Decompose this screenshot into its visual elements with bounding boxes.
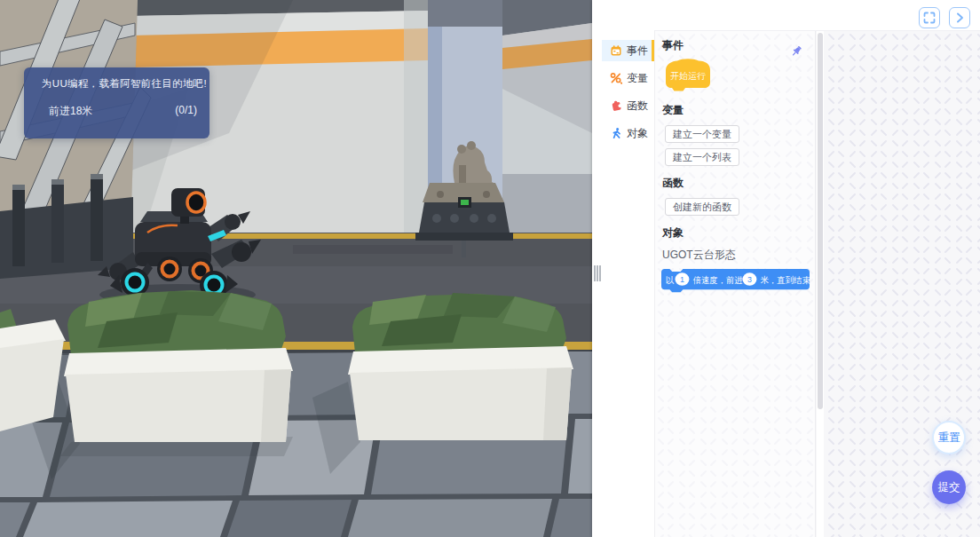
quest-panel: 为UU编程，载着阿智前往目的地吧! 前进18米 (0/1) xyxy=(24,67,209,138)
chevron-right-icon xyxy=(953,12,966,24)
quest-progress: (0/1) xyxy=(175,104,197,119)
move-block-distance-input[interactable]: 3 xyxy=(747,275,752,284)
move-block-speed-input[interactable]: 1 xyxy=(680,275,684,284)
sidebar-item-label: 事件 xyxy=(627,43,648,59)
sidebar-item-functions[interactable]: 函数 xyxy=(602,95,654,116)
sidebar-item-events[interactable]: 事件 xyxy=(602,40,654,61)
game-viewport[interactable]: 为UU编程，载着阿智前往目的地吧! 前进18米 (0/1) xyxy=(0,0,592,537)
grip-icon xyxy=(594,265,601,281)
sidebar-item-objects[interactable]: 对象 xyxy=(602,122,654,144)
panel-resize-handle[interactable] xyxy=(592,0,602,537)
make-list-button[interactable]: 建立一个列表 xyxy=(665,148,739,166)
blocks-canvas[interactable]: 事件 开始运行 变量 建立一个变量 建立一个列表 函数 创建新的函数 对象 UG… xyxy=(655,30,980,537)
scaffold-structure xyxy=(0,0,151,279)
block-palette: 事件 开始运行 变量 建立一个变量 建立一个列表 函数 创建新的函数 对象 UG… xyxy=(655,31,816,537)
collapse-panel-button[interactable] xyxy=(949,7,970,28)
panel-header xyxy=(602,0,980,30)
palette-scrollbar xyxy=(817,31,824,537)
sidebar-item-label: 函数 xyxy=(627,99,648,114)
reset-button[interactable]: 重置 xyxy=(932,421,966,454)
fullscreen-icon xyxy=(923,12,936,24)
panel-body: 事件 变量 函 xyxy=(602,30,980,537)
sidebar-item-label: 变量 xyxy=(627,71,648,86)
planter-center xyxy=(64,290,293,442)
variable-icon xyxy=(610,72,622,84)
app: 为UU编程，载着阿智前往目的地吧! 前进18米 (0/1) xyxy=(0,0,980,537)
make-variable-button[interactable]: 建立一个变量 xyxy=(665,125,739,143)
sidebar-item-label: 对象 xyxy=(627,126,648,141)
object-name-label: UGOT云台形态 xyxy=(662,248,806,263)
palette-functions-header: 函数 xyxy=(662,176,806,191)
function-icon xyxy=(610,99,622,112)
right-wall xyxy=(502,0,592,233)
quest-task: 前进18米 xyxy=(49,104,92,119)
object-icon xyxy=(610,127,622,139)
submit-button[interactable]: 提交 xyxy=(932,470,966,504)
pin-icon[interactable] xyxy=(789,44,803,59)
palette-variables-header: 变量 xyxy=(662,103,806,118)
move-block-seg2: 倍速度，前进 xyxy=(692,275,743,285)
coding-panel: 事件 变量 函 xyxy=(602,0,980,537)
planter-right xyxy=(348,293,573,440)
start-block[interactable]: 开始运行 xyxy=(661,58,715,93)
block-category-sidebar: 事件 变量 函 xyxy=(602,30,655,537)
fullscreen-button[interactable] xyxy=(919,7,940,28)
quest-title: 为UU编程，载着阿智前往目的地吧! xyxy=(42,77,207,91)
palette-objects-header: 对象 xyxy=(662,225,806,241)
move-block-seg3: 米，直到结束 xyxy=(761,275,810,285)
start-block-label: 开始运行 xyxy=(670,71,706,81)
sidebar-item-variables[interactable]: 变量 xyxy=(602,67,654,89)
move-block-seg1: 以 xyxy=(666,275,675,285)
make-function-button[interactable]: 创建新的函数 xyxy=(665,198,739,216)
palette-scrollbar-thumb[interactable] xyxy=(818,33,823,409)
calendar-icon xyxy=(610,44,622,57)
palette-events-header: 事件 xyxy=(662,38,806,53)
move-forward-block[interactable]: 以 1 倍速度，前进 3 米，直到结束 xyxy=(661,269,810,296)
